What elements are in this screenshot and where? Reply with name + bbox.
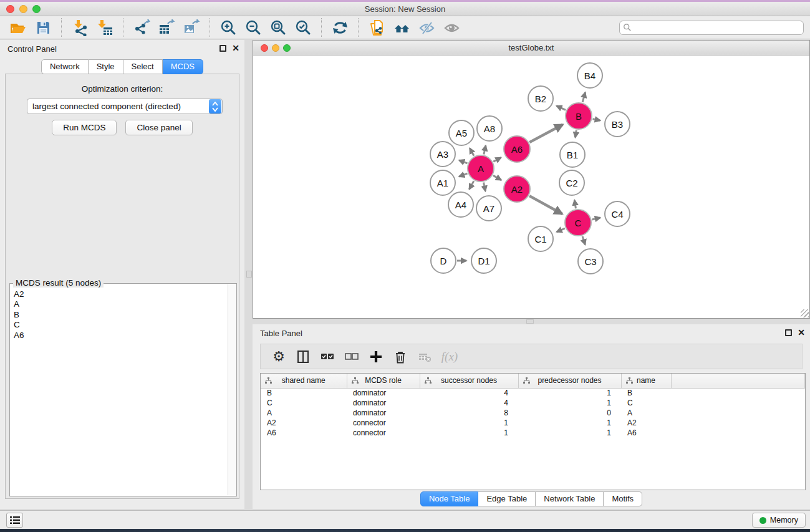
run-mcds-button[interactable]: Run MCDS bbox=[52, 120, 117, 135]
result-scrollbar[interactable] bbox=[228, 284, 236, 495]
graph-edge-B-B1[interactable] bbox=[575, 130, 576, 138]
graph-node-B1[interactable]: B1 bbox=[559, 142, 586, 168]
export-image-button[interactable] bbox=[179, 18, 204, 37]
graph-node-B3[interactable]: B3 bbox=[604, 111, 630, 137]
table-cell[interactable]: A6 bbox=[621, 428, 671, 438]
export-table-button[interactable] bbox=[154, 18, 179, 37]
table-row[interactable]: A2connector11A2 bbox=[261, 418, 805, 428]
graph-edge-A-A6[interactable] bbox=[493, 158, 501, 162]
graph-edge-B-B4[interactable] bbox=[582, 92, 585, 102]
result-item[interactable]: A2 bbox=[14, 289, 227, 299]
table-cell[interactable]: A6 bbox=[261, 428, 347, 438]
result-item[interactable]: C bbox=[14, 320, 227, 330]
tab-network[interactable]: Network bbox=[41, 59, 89, 74]
graph-edge-A-A3[interactable] bbox=[459, 160, 467, 163]
import-network-button[interactable] bbox=[67, 18, 92, 37]
table-options-button[interactable]: ⚙ bbox=[269, 347, 288, 366]
attribute-table[interactable]: shared nameMCDS rolesuccessor nodesprede… bbox=[261, 374, 805, 438]
graph-node-A7[interactable]: A7 bbox=[476, 195, 502, 221]
graph-node-C[interactable]: C bbox=[564, 209, 592, 236]
mcds-result-list[interactable]: A2ABCA6 bbox=[11, 284, 227, 495]
table-cell[interactable]: C bbox=[621, 398, 671, 408]
table-cell[interactable]: 8 bbox=[420, 408, 518, 418]
table-cell[interactable]: connector bbox=[347, 418, 420, 428]
table-cell[interactable]: 1 bbox=[518, 428, 621, 438]
memory-button[interactable]: Memory bbox=[752, 513, 806, 528]
table-cell[interactable]: 4 bbox=[420, 388, 518, 398]
result-item[interactable]: A6 bbox=[14, 331, 227, 341]
table-cell[interactable]: A bbox=[621, 408, 671, 418]
graph-node-B4[interactable]: B4 bbox=[577, 62, 603, 89]
graph-edge-C-C4[interactable] bbox=[592, 218, 600, 220]
column-header-predecessor-nodes[interactable]: predecessor nodes bbox=[518, 374, 621, 388]
graph-node-A4[interactable]: A4 bbox=[448, 191, 474, 218]
create-column-button[interactable] bbox=[367, 347, 385, 366]
graph-edge-C-C1[interactable] bbox=[557, 228, 565, 232]
result-item[interactable]: A bbox=[14, 299, 227, 309]
column-header-shared-name[interactable]: shared name bbox=[261, 374, 347, 388]
close-panel-button[interactable]: Close panel bbox=[125, 120, 192, 135]
hide-selected-button[interactable] bbox=[414, 18, 439, 37]
table-cell[interactable]: dominator bbox=[347, 388, 420, 398]
table-cell[interactable]: B bbox=[621, 388, 671, 398]
table-cell[interactable]: 1 bbox=[420, 418, 518, 428]
delete-table-button[interactable] bbox=[415, 347, 434, 366]
graph-node-D1[interactable]: D1 bbox=[471, 248, 497, 274]
graph-edge-A2-C[interactable] bbox=[529, 196, 562, 214]
apply-layout-button[interactable] bbox=[327, 18, 352, 37]
graph-edge-B-B2[interactable] bbox=[556, 106, 566, 110]
toolbar-search[interactable] bbox=[619, 21, 804, 35]
table-row[interactable]: Adominator80A bbox=[261, 408, 805, 418]
graph-node-B2[interactable]: B2 bbox=[528, 85, 554, 112]
graph-node-A1[interactable]: A1 bbox=[430, 170, 456, 196]
tab-select[interactable]: Select bbox=[123, 59, 163, 74]
table-cell[interactable]: 1 bbox=[518, 388, 621, 398]
open-session-button[interactable] bbox=[6, 18, 31, 37]
graph-edge-A-A7[interactable] bbox=[484, 183, 486, 191]
zoom-fit-button[interactable] bbox=[266, 18, 291, 37]
table-cell[interactable]: A2 bbox=[261, 418, 347, 428]
graph-node-A8[interactable]: A8 bbox=[476, 115, 503, 142]
graph-edge-C-C3[interactable] bbox=[582, 236, 585, 244]
graph-node-A2[interactable]: A2 bbox=[503, 175, 531, 203]
graph-edge-A-A5[interactable] bbox=[470, 148, 474, 156]
delete-column-button[interactable] bbox=[391, 347, 410, 366]
table-cell[interactable]: dominator bbox=[347, 398, 420, 408]
table-cell[interactable]: 1 bbox=[518, 418, 621, 428]
graph-node-D[interactable]: D bbox=[430, 248, 456, 274]
table-cell[interactable]: B bbox=[261, 388, 347, 398]
tab-edge-table[interactable]: Edge Table bbox=[478, 491, 536, 506]
tab-mcds[interactable]: MCDS bbox=[163, 59, 203, 74]
graph-edge-C-C2[interactable] bbox=[574, 200, 576, 209]
close-panel-icon[interactable]: ✕ bbox=[232, 44, 239, 52]
select-all-columns-button[interactable] bbox=[318, 347, 337, 366]
float-panel-icon[interactable] bbox=[219, 45, 226, 52]
graph-node-B[interactable]: B bbox=[565, 102, 592, 130]
column-header-successor-nodes[interactable]: successor nodes bbox=[420, 374, 518, 388]
table-cell[interactable]: A bbox=[261, 408, 347, 418]
column-header-name[interactable]: name bbox=[621, 374, 671, 388]
show-all-button[interactable] bbox=[439, 18, 464, 37]
horizontal-splitter-handle[interactable] bbox=[526, 319, 534, 324]
graph-node-C2[interactable]: C2 bbox=[559, 170, 585, 196]
show-columns-button[interactable] bbox=[294, 347, 312, 366]
zoom-in-button[interactable] bbox=[216, 18, 241, 37]
table-cell[interactable]: 4 bbox=[420, 398, 518, 408]
export-network-button[interactable] bbox=[129, 18, 154, 37]
graph-node-A6[interactable]: A6 bbox=[503, 135, 531, 163]
graph-edge-A6-B[interactable] bbox=[529, 125, 562, 142]
table-cell[interactable]: dominator bbox=[347, 408, 420, 418]
graph-edge-A-A2[interactable] bbox=[493, 175, 501, 180]
tab-network-table[interactable]: Network Table bbox=[536, 491, 604, 506]
network-canvas[interactable]: B4B2BB3A5A8A6B1A3AC2A1A2A4A7C4CC1C3DD1 bbox=[253, 56, 809, 318]
zoom-selected-button[interactable] bbox=[291, 18, 316, 37]
table-row[interactable]: Bdominator41B bbox=[261, 388, 805, 398]
table-row[interactable]: Cdominator41C bbox=[261, 398, 805, 408]
table-row[interactable]: A6connector11A6 bbox=[261, 428, 805, 438]
graph-node-A3[interactable]: A3 bbox=[430, 141, 456, 167]
duplicate-network-button[interactable] bbox=[364, 18, 389, 37]
search-input[interactable] bbox=[632, 22, 803, 34]
window-resize-grip[interactable] bbox=[801, 309, 809, 317]
graph-node-C1[interactable]: C1 bbox=[528, 226, 554, 252]
graph-edge-A-A4[interactable] bbox=[470, 181, 474, 189]
